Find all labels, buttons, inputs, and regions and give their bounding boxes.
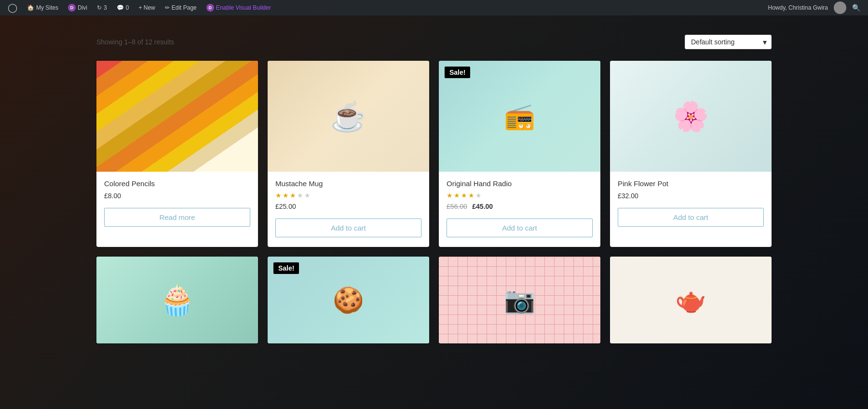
- product-old-price: £56.00: [447, 203, 467, 210]
- product-image-wrapper: Sale! 📻: [439, 61, 600, 172]
- admin-bar-right: Howdy, Christina Gwira 🔍: [764, 1, 864, 14]
- price-wrapper: £32.00: [618, 191, 764, 200]
- sale-badge: Sale!: [273, 262, 299, 274]
- add-to-cart-button[interactable]: Add to cart: [447, 218, 593, 237]
- howdy-text: Howdy, Christina Gwira: [764, 4, 832, 11]
- star-4: ★: [297, 191, 303, 199]
- star-2: ★: [454, 191, 460, 199]
- star-2: ★: [283, 191, 289, 199]
- shop-header: Showing 1–8 of 12 results Default sortin…: [96, 35, 772, 49]
- wp-logo-icon: ◯: [8, 2, 17, 13]
- product-image-cupcake: 🧁: [96, 257, 258, 343]
- product-name: Original Hand Radio: [447, 179, 593, 188]
- price-wrapper: £56.00 £45.00: [447, 202, 593, 211]
- my-sites-button[interactable]: 🏠 My Sites: [23, 0, 62, 15]
- product-name: Pink Flower Pot: [618, 179, 764, 188]
- comments-button[interactable]: 💬 0: [113, 0, 133, 15]
- divi-icon: D: [68, 4, 76, 12]
- sale-badge: Sale!: [445, 67, 470, 78]
- product-image-wrapper: 🧁: [96, 257, 258, 343]
- product-image-pink-flower: 🌸: [610, 61, 772, 172]
- product-info: Original Hand Radio ★ ★ ★ ★ ★ £56.00 £45…: [439, 172, 600, 247]
- star-4: ★: [468, 191, 475, 199]
- product-image-camera: 📷: [439, 257, 600, 343]
- star-3: ★: [461, 191, 467, 199]
- edit-page-button[interactable]: ✏ Edit Page: [161, 0, 201, 15]
- sorting-select[interactable]: Default sorting Sort by popularity Sort …: [685, 35, 772, 49]
- results-count: Showing 1–8 of 12 results: [96, 38, 174, 46]
- updates-button[interactable]: ↻ 3: [93, 0, 111, 15]
- product-card-hand-radio: Sale! 📻 Original Hand Radio ★ ★ ★ ★ ★ £5…: [439, 61, 600, 247]
- product-image-wrapper: 🫖: [610, 257, 772, 343]
- read-more-button[interactable]: Read more: [104, 208, 250, 227]
- product-name: Mustache Mug: [275, 179, 421, 188]
- divi-vb-icon: D: [206, 4, 214, 12]
- updates-icon: ↻: [97, 4, 102, 11]
- product-image-buttons: 🫖: [610, 257, 772, 343]
- comments-count: 0: [126, 4, 129, 11]
- sorting-wrapper: Default sorting Sort by popularity Sort …: [685, 35, 772, 49]
- product-image-mustache-mug: ☕: [268, 61, 429, 172]
- product-card-pink-flower-pot: 🌸 Pink Flower Pot £32.00 Add to cart: [610, 61, 772, 247]
- product-card-macarons: Sale! 🍪: [268, 257, 429, 343]
- add-to-cart-button[interactable]: Add to cart: [618, 208, 764, 227]
- add-to-cart-button[interactable]: Add to cart: [275, 218, 421, 237]
- star-3: ★: [290, 191, 296, 199]
- comments-icon: 💬: [117, 4, 124, 11]
- product-image-wrapper: 🌸: [610, 61, 772, 172]
- product-card-colored-pencils: Colored Pencils £8.00 Read more: [96, 61, 258, 247]
- product-image-colored-pencils: [96, 61, 258, 172]
- edit-page-label: Edit Page: [172, 4, 197, 11]
- enable-vb-button[interactable]: D Enable Visual Builder: [203, 0, 275, 15]
- divi-button[interactable]: D Divi: [64, 0, 91, 15]
- enable-vb-label: Enable Visual Builder: [216, 4, 271, 11]
- product-sale-price: £45.00: [472, 203, 493, 210]
- new-label: + New: [138, 4, 155, 11]
- products-grid: Colored Pencils £8.00 Read more ☕ Mustac…: [96, 61, 772, 343]
- product-card-cupcake: 🧁: [96, 257, 258, 343]
- my-sites-label: My Sites: [36, 4, 58, 11]
- product-image-wrapper: ☕: [268, 61, 429, 172]
- price-wrapper: £25.00: [275, 202, 421, 211]
- product-image-wrapper: [96, 61, 258, 172]
- product-price: £8.00: [104, 192, 121, 200]
- avatar: [834, 1, 846, 14]
- admin-bar: ◯ 🏠 My Sites D Divi ↻ 3 💬 0 + New ✏ Edit…: [0, 0, 868, 15]
- product-price: £25.00: [275, 203, 296, 210]
- star-rating: ★ ★ ★ ★ ★: [275, 191, 421, 199]
- star-5: ★: [475, 191, 482, 199]
- home-icon: 🏠: [27, 4, 34, 11]
- product-info: Pink Flower Pot £32.00 Add to cart: [610, 172, 772, 236]
- star-1: ★: [275, 191, 282, 199]
- product-info: Mustache Mug ★ ★ ★ ★ ★ £25.00 Add to car…: [268, 172, 429, 247]
- updates-count: 3: [104, 4, 107, 11]
- product-price: £32.00: [618, 192, 638, 200]
- divi-label: Divi: [78, 4, 87, 11]
- product-card-retro-camera: 📷: [439, 257, 600, 343]
- edit-icon: ✏: [165, 4, 170, 11]
- star-5: ★: [304, 191, 311, 199]
- product-info: Colored Pencils £8.00 Read more: [96, 172, 258, 236]
- new-button[interactable]: + New: [135, 0, 159, 15]
- search-icon[interactable]: 🔍: [848, 4, 864, 12]
- wp-logo-button[interactable]: ◯: [4, 0, 21, 15]
- page-content: Showing 1–8 of 12 results Default sortin…: [0, 15, 868, 409]
- product-card-buttons-teapot: 🫖: [610, 257, 772, 343]
- product-card-mustache-mug: ☕ Mustache Mug ★ ★ ★ ★ ★ £25.00 Add to c…: [268, 61, 429, 247]
- product-name: Colored Pencils: [104, 179, 250, 188]
- product-image-wrapper: 📷: [439, 257, 600, 343]
- star-1: ★: [447, 191, 453, 199]
- star-rating: ★ ★ ★ ★ ★: [447, 191, 593, 199]
- product-image-wrapper: Sale! 🍪: [268, 257, 429, 343]
- price-wrapper: £8.00: [104, 191, 250, 200]
